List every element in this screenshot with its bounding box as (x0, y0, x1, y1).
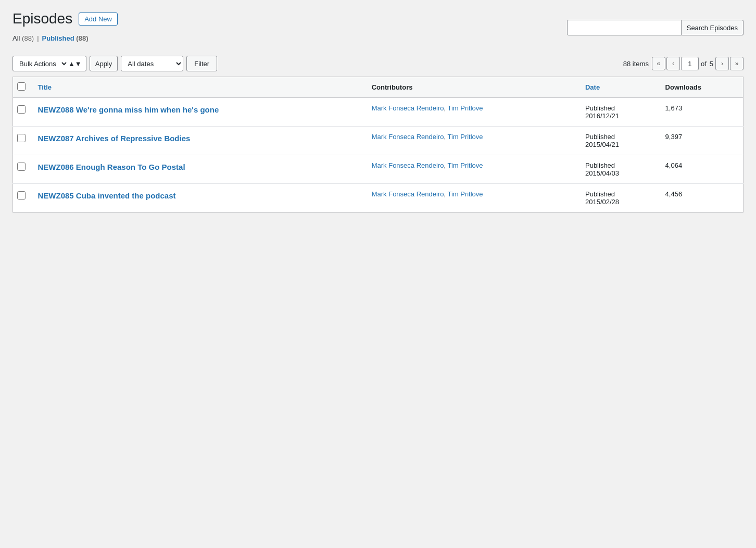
episode-status: Published (585, 104, 615, 112)
episode-downloads-cell: 9,397 (659, 127, 744, 155)
contributor-link[interactable]: Mark Fonseca Rendeiro (372, 133, 444, 141)
episode-date: 2016/12/21 (585, 112, 619, 120)
contributors-column-header: Contributors (366, 77, 579, 98)
episode-title-cell: NEWZ085 Cuba invented the podcast (32, 184, 366, 213)
contributor-link[interactable]: Mark Fonseca Rendeiro (372, 161, 444, 169)
episode-contributors-cell: Mark Fonseca Rendeiro, Tim Pritlove (366, 98, 579, 127)
episode-contributors-cell: Mark Fonseca Rendeiro, Tim Pritlove (366, 184, 579, 213)
first-page-button[interactable]: « (652, 57, 665, 70)
date-column-header: Date (579, 77, 659, 98)
page-of-label: of (700, 60, 708, 68)
apply-button[interactable]: Apply (90, 56, 118, 71)
contributor-link[interactable]: Tim Pritlove (447, 133, 483, 141)
episode-date: 2015/04/21 (585, 141, 619, 148)
page-total: 5 (709, 60, 714, 68)
episode-date: 2015/04/03 (585, 169, 619, 177)
bulk-actions-select[interactable]: Bulk Actions (17, 59, 68, 68)
episode-title-link[interactable]: NEWZ085 Cuba invented the podcast (38, 191, 176, 200)
episode-status: Published (585, 161, 615, 169)
title-sort-link[interactable]: Title (38, 83, 52, 91)
episode-status: Published (585, 133, 615, 141)
all-status-link[interactable]: All (88) (12, 34, 34, 42)
top-area: All (88) | Published (88) Search Episode… (12, 34, 744, 48)
contributor-link[interactable]: Tim Pritlove (447, 190, 483, 198)
table-row: NEWZ086 Enough Reason To Go PostalMark F… (13, 155, 744, 184)
row-checkbox-4[interactable] (17, 191, 26, 200)
add-new-button[interactable]: Add New (79, 13, 118, 26)
episode-date-cell: Published2015/04/21 (579, 127, 659, 155)
contributor-link[interactable]: Tim Pritlove (447, 161, 483, 169)
pagination: « ‹ of 5 › » (652, 57, 744, 70)
row-checkbox-3[interactable] (17, 163, 26, 171)
contributor-link[interactable]: Mark Fonseca Rendeiro (372, 190, 444, 198)
episode-title-link[interactable]: NEWZ087 Archives of Repressive Bodies (38, 134, 191, 143)
search-box: Search Episodes (567, 20, 744, 35)
dates-filter-select[interactable]: All dates (121, 56, 183, 71)
filter-button[interactable]: Filter (186, 56, 217, 71)
search-input[interactable] (567, 20, 682, 35)
prev-page-button[interactable]: ‹ (666, 57, 680, 70)
select-chevron-icon: ▲▼ (68, 60, 82, 68)
episode-date: 2015/02/28 (585, 198, 619, 206)
episode-status: Published (585, 190, 615, 198)
contributor-link[interactable]: Tim Pritlove (447, 104, 483, 112)
episode-title-cell: NEWZ087 Archives of Repressive Bodies (32, 127, 366, 155)
episode-downloads-cell: 1,673 (659, 98, 744, 127)
bulk-actions-select-wrapper[interactable]: Bulk Actions ▲▼ (12, 56, 86, 71)
last-page-button[interactable]: » (730, 57, 744, 70)
episode-downloads-cell: 4,064 (659, 155, 744, 184)
status-filter-links: All (88) | Published (88) (12, 34, 88, 42)
items-count: 88 items (623, 60, 649, 68)
episode-contributors-cell: Mark Fonseca Rendeiro, Tim Pritlove (366, 155, 579, 184)
published-status-link[interactable]: Published (88) (42, 34, 89, 42)
current-page-input[interactable] (681, 57, 699, 70)
row-checkbox-cell (13, 98, 32, 127)
contributor-link[interactable]: Mark Fonseca Rendeiro (372, 104, 444, 112)
episode-date-cell: Published2015/02/28 (579, 184, 659, 213)
row-checkbox-cell (13, 155, 32, 184)
title-column-header: Title (32, 77, 366, 98)
row-checkbox-1[interactable] (17, 105, 26, 114)
episodes-table: Title Contributors Date Downloads NEWZ08… (12, 77, 744, 213)
table-header-row: Title Contributors Date Downloads (13, 77, 744, 98)
table-row: NEWZ085 Cuba invented the podcastMark Fo… (13, 184, 744, 213)
date-sort-link[interactable]: Date (585, 83, 600, 91)
episode-title-link[interactable]: NEWZ086 Enough Reason To Go Postal (38, 163, 185, 171)
toolbar: Bulk Actions ▲▼ Apply All dates Filter 8… (12, 53, 744, 74)
next-page-button[interactable]: › (715, 57, 729, 70)
search-episodes-button[interactable]: Search Episodes (682, 20, 744, 35)
row-checkbox-cell (13, 184, 32, 213)
separator: | (37, 34, 39, 42)
episode-date-cell: Published2015/04/03 (579, 155, 659, 184)
episode-title-link[interactable]: NEWZ088 We're gonna miss him when he's g… (38, 105, 219, 114)
table-row: NEWZ088 We're gonna miss him when he's g… (13, 98, 744, 127)
downloads-column-header: Downloads (659, 77, 744, 98)
row-checkbox-2[interactable] (17, 134, 26, 142)
page-title: Episodes (12, 10, 72, 27)
episode-contributors-cell: Mark Fonseca Rendeiro, Tim Pritlove (366, 127, 579, 155)
row-checkbox-cell (13, 127, 32, 155)
episode-downloads-cell: 4,456 (659, 184, 744, 213)
select-all-checkbox[interactable] (17, 82, 26, 91)
episode-title-cell: NEWZ088 We're gonna miss him when he's g… (32, 98, 366, 127)
table-row: NEWZ087 Archives of Repressive BodiesMar… (13, 127, 744, 155)
select-all-column (13, 77, 32, 98)
episode-title-cell: NEWZ086 Enough Reason To Go Postal (32, 155, 366, 184)
episode-date-cell: Published2016/12/21 (579, 98, 659, 127)
